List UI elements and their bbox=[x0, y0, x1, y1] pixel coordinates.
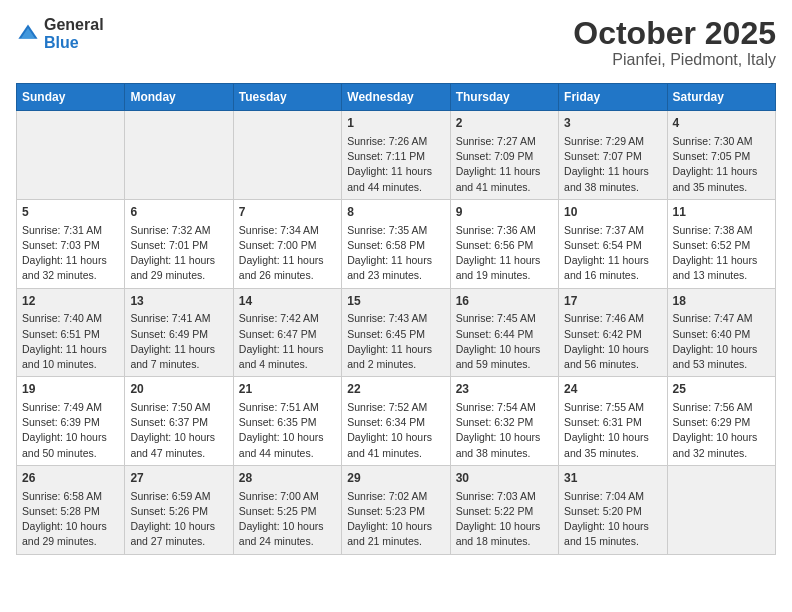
page-header: General Blue October 2025 Pianfei, Piedm… bbox=[16, 16, 776, 69]
cell-info: Sunrise: 7:29 AMSunset: 7:07 PMDaylight:… bbox=[564, 134, 661, 195]
daylight-text: Daylight: 11 hours bbox=[239, 342, 336, 357]
calendar-cell: 3Sunrise: 7:29 AMSunset: 7:07 PMDaylight… bbox=[559, 111, 667, 200]
sunset-text: Sunset: 7:09 PM bbox=[456, 149, 553, 164]
calendar-cell: 19Sunrise: 7:49 AMSunset: 6:39 PMDayligh… bbox=[17, 377, 125, 466]
daylight-text-cont: and 35 minutes. bbox=[564, 446, 661, 461]
cell-info: Sunrise: 7:54 AMSunset: 6:32 PMDaylight:… bbox=[456, 400, 553, 461]
cell-info: Sunrise: 7:55 AMSunset: 6:31 PMDaylight:… bbox=[564, 400, 661, 461]
calendar-cell: 27Sunrise: 6:59 AMSunset: 5:26 PMDayligh… bbox=[125, 465, 233, 554]
calendar-cell: 24Sunrise: 7:55 AMSunset: 6:31 PMDayligh… bbox=[559, 377, 667, 466]
daylight-text: Daylight: 10 hours bbox=[130, 519, 227, 534]
sunset-text: Sunset: 6:35 PM bbox=[239, 415, 336, 430]
calendar-cell: 12Sunrise: 7:40 AMSunset: 6:51 PMDayligh… bbox=[17, 288, 125, 377]
day-number: 25 bbox=[673, 381, 770, 398]
logo-icon bbox=[16, 22, 40, 46]
daylight-text: Daylight: 11 hours bbox=[22, 253, 119, 268]
cell-info: Sunrise: 6:59 AMSunset: 5:26 PMDaylight:… bbox=[130, 489, 227, 550]
cell-info: Sunrise: 7:04 AMSunset: 5:20 PMDaylight:… bbox=[564, 489, 661, 550]
daylight-text: Daylight: 11 hours bbox=[347, 253, 444, 268]
daylight-text: Daylight: 10 hours bbox=[456, 342, 553, 357]
daylight-text: Daylight: 11 hours bbox=[456, 164, 553, 179]
sunrise-text: Sunrise: 7:49 AM bbox=[22, 400, 119, 415]
day-number: 15 bbox=[347, 293, 444, 310]
daylight-text-cont: and 2 minutes. bbox=[347, 357, 444, 372]
daylight-text: Daylight: 11 hours bbox=[347, 164, 444, 179]
day-number: 28 bbox=[239, 470, 336, 487]
calendar-cell: 18Sunrise: 7:47 AMSunset: 6:40 PMDayligh… bbox=[667, 288, 775, 377]
sunrise-text: Sunrise: 7:36 AM bbox=[456, 223, 553, 238]
cell-info: Sunrise: 6:58 AMSunset: 5:28 PMDaylight:… bbox=[22, 489, 119, 550]
day-number: 2 bbox=[456, 115, 553, 132]
daylight-text-cont: and 59 minutes. bbox=[456, 357, 553, 372]
daylight-text: Daylight: 10 hours bbox=[673, 342, 770, 357]
day-number: 21 bbox=[239, 381, 336, 398]
daylight-text-cont: and 41 minutes. bbox=[456, 180, 553, 195]
day-header-thursday: Thursday bbox=[450, 84, 558, 111]
day-number: 27 bbox=[130, 470, 227, 487]
daylight-text: Daylight: 10 hours bbox=[564, 430, 661, 445]
sunset-text: Sunset: 5:20 PM bbox=[564, 504, 661, 519]
week-row-1: 1Sunrise: 7:26 AMSunset: 7:11 PMDaylight… bbox=[17, 111, 776, 200]
cell-info: Sunrise: 7:03 AMSunset: 5:22 PMDaylight:… bbox=[456, 489, 553, 550]
sunrise-text: Sunrise: 7:38 AM bbox=[673, 223, 770, 238]
calendar-cell: 13Sunrise: 7:41 AMSunset: 6:49 PMDayligh… bbox=[125, 288, 233, 377]
day-number: 14 bbox=[239, 293, 336, 310]
sunset-text: Sunset: 6:37 PM bbox=[130, 415, 227, 430]
day-number: 17 bbox=[564, 293, 661, 310]
cell-info: Sunrise: 7:47 AMSunset: 6:40 PMDaylight:… bbox=[673, 311, 770, 372]
sunrise-text: Sunrise: 7:34 AM bbox=[239, 223, 336, 238]
day-number: 30 bbox=[456, 470, 553, 487]
sunset-text: Sunset: 5:25 PM bbox=[239, 504, 336, 519]
calendar-cell: 6Sunrise: 7:32 AMSunset: 7:01 PMDaylight… bbox=[125, 199, 233, 288]
daylight-text-cont: and 32 minutes. bbox=[673, 446, 770, 461]
daylight-text: Daylight: 10 hours bbox=[564, 342, 661, 357]
calendar-subtitle: Pianfei, Piedmont, Italy bbox=[573, 51, 776, 69]
cell-info: Sunrise: 7:49 AMSunset: 6:39 PMDaylight:… bbox=[22, 400, 119, 461]
daylight-text-cont: and 24 minutes. bbox=[239, 534, 336, 549]
daylight-text: Daylight: 10 hours bbox=[347, 519, 444, 534]
sunrise-text: Sunrise: 7:29 AM bbox=[564, 134, 661, 149]
sunrise-text: Sunrise: 7:46 AM bbox=[564, 311, 661, 326]
day-header-monday: Monday bbox=[125, 84, 233, 111]
sunrise-text: Sunrise: 7:03 AM bbox=[456, 489, 553, 504]
day-number: 4 bbox=[673, 115, 770, 132]
day-number: 16 bbox=[456, 293, 553, 310]
sunset-text: Sunset: 6:42 PM bbox=[564, 327, 661, 342]
sunrise-text: Sunrise: 6:58 AM bbox=[22, 489, 119, 504]
sunset-text: Sunset: 5:23 PM bbox=[347, 504, 444, 519]
cell-info: Sunrise: 7:00 AMSunset: 5:25 PMDaylight:… bbox=[239, 489, 336, 550]
daylight-text-cont: and 38 minutes. bbox=[564, 180, 661, 195]
daylight-text: Daylight: 11 hours bbox=[673, 164, 770, 179]
daylight-text: Daylight: 11 hours bbox=[347, 342, 444, 357]
sunrise-text: Sunrise: 7:50 AM bbox=[130, 400, 227, 415]
cell-info: Sunrise: 7:34 AMSunset: 7:00 PMDaylight:… bbox=[239, 223, 336, 284]
daylight-text-cont: and 32 minutes. bbox=[22, 268, 119, 283]
sunset-text: Sunset: 7:11 PM bbox=[347, 149, 444, 164]
day-header-sunday: Sunday bbox=[17, 84, 125, 111]
sunrise-text: Sunrise: 7:42 AM bbox=[239, 311, 336, 326]
day-number: 19 bbox=[22, 381, 119, 398]
daylight-text-cont: and 41 minutes. bbox=[347, 446, 444, 461]
daylight-text-cont: and 18 minutes. bbox=[456, 534, 553, 549]
cell-info: Sunrise: 7:50 AMSunset: 6:37 PMDaylight:… bbox=[130, 400, 227, 461]
calendar-cell: 17Sunrise: 7:46 AMSunset: 6:42 PMDayligh… bbox=[559, 288, 667, 377]
daylight-text: Daylight: 10 hours bbox=[673, 430, 770, 445]
day-number: 24 bbox=[564, 381, 661, 398]
daylight-text-cont: and 29 minutes. bbox=[22, 534, 119, 549]
day-number: 26 bbox=[22, 470, 119, 487]
day-number: 20 bbox=[130, 381, 227, 398]
daylight-text-cont: and 15 minutes. bbox=[564, 534, 661, 549]
day-header-friday: Friday bbox=[559, 84, 667, 111]
sunset-text: Sunset: 7:01 PM bbox=[130, 238, 227, 253]
daylight-text: Daylight: 11 hours bbox=[239, 253, 336, 268]
cell-info: Sunrise: 7:41 AMSunset: 6:49 PMDaylight:… bbox=[130, 311, 227, 372]
calendar-cell bbox=[667, 465, 775, 554]
daylight-text-cont: and 50 minutes. bbox=[22, 446, 119, 461]
title-block: October 2025 Pianfei, Piedmont, Italy bbox=[573, 16, 776, 69]
day-number: 9 bbox=[456, 204, 553, 221]
day-number: 12 bbox=[22, 293, 119, 310]
day-header-saturday: Saturday bbox=[667, 84, 775, 111]
daylight-text-cont: and 47 minutes. bbox=[130, 446, 227, 461]
week-row-4: 19Sunrise: 7:49 AMSunset: 6:39 PMDayligh… bbox=[17, 377, 776, 466]
daylight-text: Daylight: 10 hours bbox=[22, 430, 119, 445]
